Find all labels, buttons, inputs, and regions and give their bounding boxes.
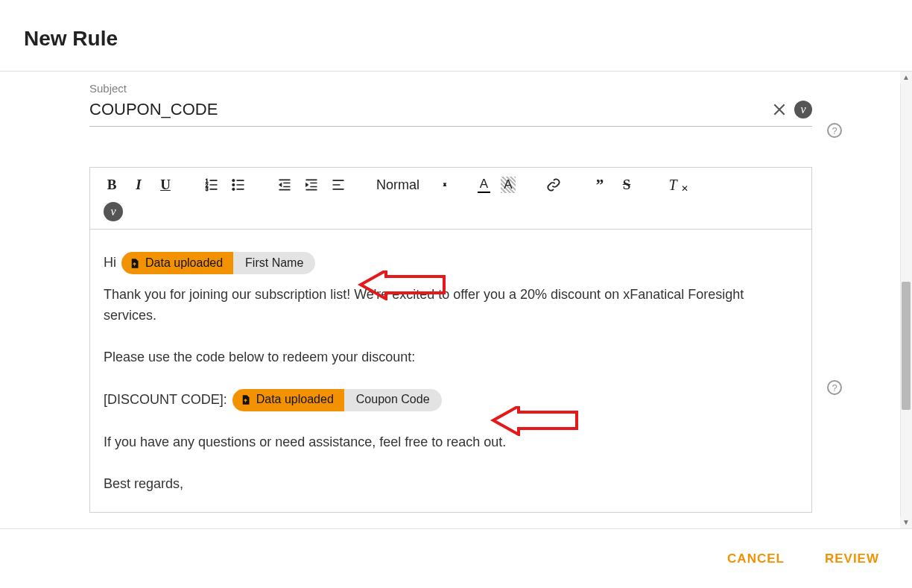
line-please-use: Please use the code below to redeem your… [104, 347, 798, 368]
modal-footer: CANCEL REVIEW [0, 528, 912, 588]
underline-button[interactable]: U [157, 177, 174, 193]
toolbar-group-insert [545, 177, 562, 193]
align-icon [331, 177, 346, 192]
unordered-list-icon [231, 177, 246, 192]
help-icon: ? [832, 125, 837, 136]
subject-label: Subject [89, 82, 812, 95]
subject-input[interactable]: COUPON_CODE [89, 100, 769, 119]
file-upload-icon [240, 394, 251, 405]
scrollbar-thumb[interactable] [902, 282, 911, 410]
editor-variable-insert-button[interactable]: v [104, 202, 123, 221]
content-inner: Subject COUPON_CODE v ? B I [89, 82, 812, 513]
outdent-icon [277, 177, 292, 192]
spacer [104, 379, 798, 389]
align-button[interactable] [330, 177, 346, 193]
close-icon [772, 102, 787, 117]
indent-icon [304, 177, 319, 192]
new-rule-modal: New Rule Subject COUPON_CODE v ? [0, 0, 912, 588]
svg-point-4 [232, 183, 235, 186]
toolbar-group-color: A A [478, 177, 516, 193]
spacer [104, 464, 798, 474]
toolbar-group-misc: ” S [592, 177, 635, 193]
chip-first-name[interactable]: Data uploaded First Name [121, 252, 315, 274]
format-label: Normal [376, 177, 419, 193]
text-color-button[interactable]: A [478, 177, 490, 193]
chip-left-label: Data uploaded [145, 254, 223, 273]
review-button[interactable]: REVIEW [814, 544, 890, 574]
ordered-list-button[interactable]: 123 [203, 177, 220, 193]
text-hi: Hi [104, 255, 120, 270]
clear-format-button[interactable]: T✕ [665, 177, 681, 193]
toolbar-group-list: 123 [203, 177, 247, 193]
link-button[interactable] [545, 177, 562, 193]
toolbar-row-2: v [104, 202, 798, 221]
toolbar-group-clear: T✕ [665, 177, 681, 193]
toolbar-group-format: Normal ▲▼ [376, 177, 448, 193]
subject-row: COUPON_CODE v [89, 99, 812, 127]
modal-title: New Rule [24, 27, 118, 51]
v-badge-text: v [110, 205, 115, 218]
ordered-list-icon: 123 [204, 177, 219, 192]
modal-header: New Rule [0, 0, 912, 72]
line-discount: [DISCOUNT CODE]: Data uploaded Coupon Co… [104, 389, 798, 411]
format-dropdown[interactable]: Normal ▲▼ [376, 177, 448, 193]
chip-coupon-code[interactable]: Data uploaded Coupon Code [232, 389, 442, 411]
line-hi: Hi Data uploaded First Name [104, 252, 798, 274]
chip-data-uploaded-left: Data uploaded [232, 389, 344, 411]
chip-right-coupon-code: Coupon Code [344, 389, 442, 411]
spacer [104, 337, 798, 347]
text-discount-label: [DISCOUNT CODE]: [104, 391, 231, 406]
subject-clear-button[interactable] [769, 99, 790, 120]
chip-data-uploaded-left: Data uploaded [121, 252, 233, 274]
chip-left-label: Data uploaded [256, 391, 334, 409]
link-icon [546, 177, 561, 192]
scrollbar-down-button[interactable]: ▼ [900, 516, 912, 528]
indent-button[interactable] [303, 177, 320, 193]
editor-content[interactable]: Hi Data uploaded First Name Thank you fo… [90, 230, 811, 512]
strikethrough-button[interactable]: S [618, 177, 635, 193]
toolbar-group-indent [276, 177, 346, 193]
variable-insert-button[interactable]: v [794, 101, 812, 118]
unordered-list-button[interactable] [230, 177, 247, 193]
outdent-button[interactable] [276, 177, 293, 193]
editor-toolbar: B I U 123 [90, 168, 811, 230]
modal-body: Subject COUPON_CODE v ? B I [0, 72, 912, 528]
scrollbar-up-button[interactable]: ▲ [900, 72, 912, 83]
line-questions: If you have any questions or need assist… [104, 432, 798, 453]
v-badge-text: v [800, 103, 805, 116]
background-color-button[interactable]: A [501, 177, 516, 193]
svg-point-5 [232, 188, 235, 190]
blockquote-button[interactable]: ” [592, 177, 608, 193]
help-button-subject[interactable]: ? [827, 123, 842, 138]
editor-box: B I U 123 [89, 167, 812, 513]
italic-button[interactable]: I [130, 177, 147, 193]
svg-point-3 [232, 180, 235, 182]
line-thankyou: Thank you for joining our subscription l… [104, 285, 798, 326]
bold-button[interactable]: B [104, 177, 120, 193]
file-upload-icon [129, 258, 140, 269]
svg-text:3: 3 [206, 186, 209, 192]
spacer [104, 422, 798, 432]
help-button-editor[interactable]: ? [827, 380, 842, 395]
cancel-button[interactable]: CANCEL [717, 544, 795, 574]
line-best-regards: Best regards, [104, 474, 798, 495]
toolbar-group-text: B I U [104, 177, 174, 193]
help-icon: ? [832, 382, 837, 393]
chip-right-first-name: First Name [233, 252, 315, 274]
